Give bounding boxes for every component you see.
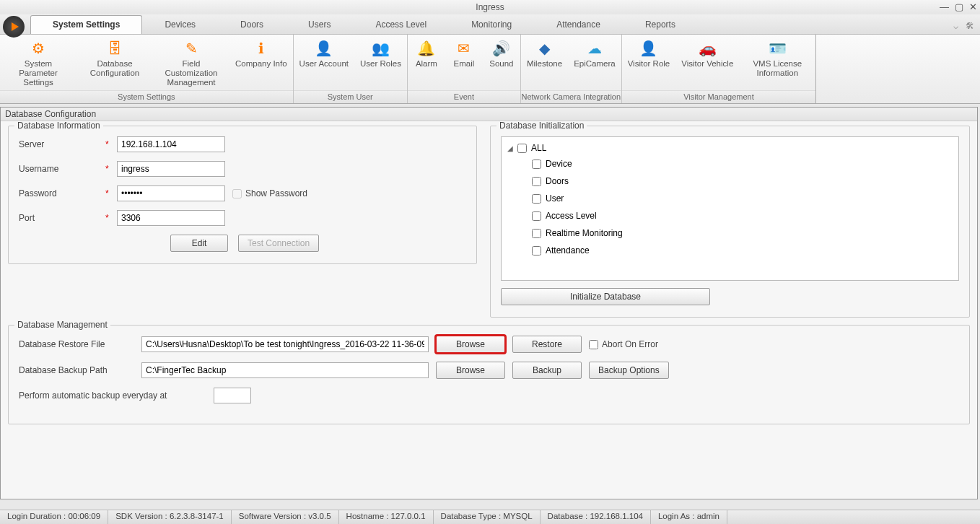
ribbon-epicamera[interactable]: ☁EpiCamera [568,35,621,90]
username-label: Username [19,164,105,174]
database-icon: 🗄 [108,39,122,58]
password-label: Password [19,188,105,198]
minimize-icon[interactable]: — [940,1,949,12]
required-marker: * [105,139,117,149]
status-login-as: Login As : admin [651,510,727,524]
tab-system-settings[interactable]: System Settings [30,15,142,34]
tab-doors[interactable]: Doors [218,15,286,34]
tree-node-realtime-monitoring[interactable]: Realtime Monitoring [532,228,953,238]
main-tabs-row: System Settings Devices Doors Users Acce… [0,14,980,35]
group-database-information: Database Information Server* Username* P… [8,126,477,264]
tree-node-device[interactable]: Device [532,159,953,169]
top-right-icons: ⌵ 🛠 [953,21,974,31]
gears-icon: ⚙ [32,39,45,58]
ribbon-visitor-vehicle[interactable]: 🚗Visitor Vehicle [675,35,739,90]
ribbon-milestone[interactable]: ◆Milestone [521,35,568,90]
main-tabs: System Settings Devices Doors Users Acce… [30,15,698,34]
group-database-management: Database Management Database Restore Fil… [8,325,970,424]
milestone-icon: ◆ [539,39,550,58]
tab-monitoring[interactable]: Monitoring [449,15,534,34]
status-db-type: Database Type : MYSQL [434,510,541,524]
tree-node-all[interactable]: ◢ ALL [507,143,953,153]
tab-reports[interactable]: Reports [623,15,698,34]
checkbox-all[interactable] [517,144,527,153]
close-icon[interactable]: ✕ [969,1,977,12]
show-password-checkbox[interactable]: Show Password [232,188,319,198]
tool-icon[interactable]: 🛠 [966,21,974,31]
ribbon-group-system-user: 👤User Account 👥User Roles System User [294,35,408,103]
maximize-icon[interactable]: ▢ [955,1,963,12]
status-login-duration: Login Duration : 00:06:09 [0,510,108,524]
restore-file-label: Database Restore File [19,339,134,349]
auto-backup-label: Perform automatic backup everyday at [19,390,206,401]
ribbon-alarm[interactable]: 🔔Alarm [408,35,445,90]
init-tree[interactable]: ◢ ALL Device Doors User Access Level Rea… [501,136,959,281]
test-connection-button[interactable]: Test Connection [238,235,319,252]
tab-attendance[interactable]: Attendance [534,15,623,34]
server-label: Server [19,139,105,149]
group-title: Database Management [14,320,110,330]
ribbon-group-title: Event [408,90,520,103]
ribbon-group-title: Network Camera Integration [521,90,621,103]
ribbon-field-customization[interactable]: ✎Field Customization Management [153,35,229,90]
speaker-icon: 🔊 [492,39,510,58]
ribbon-group-title: System Settings [0,90,293,103]
tree-node-attendance[interactable]: Attendance [532,245,953,256]
abort-on-error-checkbox[interactable]: Abort On Error [589,339,658,349]
status-sdk-version: SDK Version : 6.2.3.8-3147-1 [108,510,232,524]
tab-access-level[interactable]: Access Level [353,15,449,34]
car-icon: 🚗 [699,39,717,58]
group-title: Database Information [14,121,103,131]
backup-path-label: Database Backup Path [19,365,134,375]
initialize-database-button[interactable]: Initialize Database [501,288,710,305]
tree-node-doors[interactable]: Doors [532,176,953,186]
backup-path-input[interactable] [141,362,429,378]
ribbon-group-visitor: 👤Visitor Role 🚗Visitor Vehicle 🪪VMS Lice… [622,35,817,103]
restore-file-input[interactable] [141,336,429,352]
tab-devices[interactable]: Devices [142,15,218,34]
backup-button[interactable]: Backup [512,362,582,379]
status-bar: Login Duration : 00:06:09 SDK Version : … [0,510,980,524]
page-header: Database Configuration [1,108,977,121]
tree-node-access-level[interactable]: Access Level [532,211,953,221]
ribbon-system-parameter-settings[interactable]: ⚙System Parameter Settings [0,35,76,90]
ribbon-vms-license[interactable]: 🪪VMS License Information [739,35,815,90]
username-input[interactable] [117,161,225,177]
ribbon-group-camera: ◆Milestone ☁EpiCamera Network Camera Int… [521,35,622,103]
content-panel: Database Configuration Database Informat… [0,107,978,499]
ribbon-company-info[interactable]: ℹCompany Info [229,35,293,90]
ribbon-group-title: Visitor Management [622,90,816,103]
info-icon: ℹ [258,39,264,58]
backup-options-button[interactable]: Backup Options [589,362,669,379]
pencil-icon: ✎ [185,39,198,58]
ribbon-group-title: System User [294,90,407,103]
group-title: Database Initialization [496,121,587,131]
ribbon-sound[interactable]: 🔊Sound [483,35,520,90]
users-icon: 👥 [372,39,390,58]
ribbon: ⚙System Parameter Settings 🗄Database Con… [0,35,980,104]
license-icon: 🪪 [769,39,787,58]
ribbon-visitor-role[interactable]: 👤Visitor Role [622,35,676,90]
server-input[interactable] [117,136,225,152]
group-database-initialization: Database Initialization ◢ ALL Device Doo… [490,126,970,318]
ribbon-user-account[interactable]: 👤User Account [294,35,354,90]
app-logo[interactable] [3,16,25,38]
port-input[interactable] [117,210,225,226]
bell-icon: 🔔 [417,39,435,58]
tab-users[interactable]: Users [286,15,353,34]
status-hostname: Hostname : 127.0.0.1 [339,510,434,524]
password-input[interactable] [117,185,225,201]
browse-backup-button[interactable]: Browse [436,362,505,379]
auto-backup-time-input[interactable] [214,388,251,403]
collapse-ribbon-icon[interactable]: ⌵ [953,21,958,31]
ribbon-database-configuration[interactable]: 🗄Database Configuration [76,35,153,90]
browse-restore-button[interactable]: Browse [436,336,505,353]
tree-node-user[interactable]: User [532,193,953,204]
ribbon-email[interactable]: ✉Email [445,35,483,90]
status-database: Database : 192.168.1.104 [541,510,651,524]
ribbon-user-roles[interactable]: 👥User Roles [354,35,407,90]
collapse-arrow-icon[interactable]: ◢ [507,144,513,152]
edit-button[interactable]: Edit [170,235,228,252]
restore-button[interactable]: Restore [512,336,582,353]
port-label: Port [19,213,105,223]
